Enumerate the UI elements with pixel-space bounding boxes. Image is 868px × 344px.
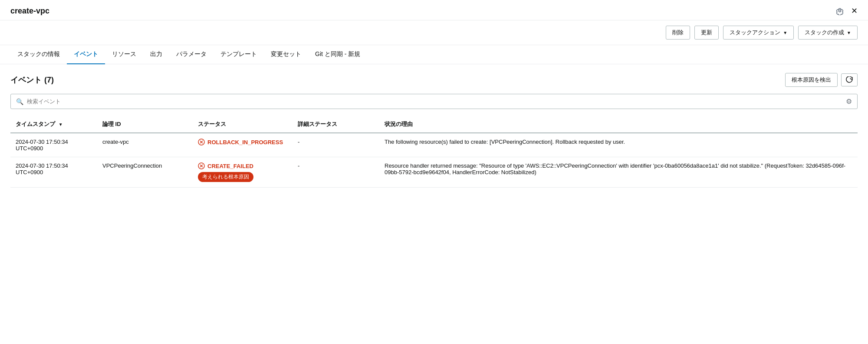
tab-template[interactable]: テンプレート: [214, 45, 264, 64]
toolbar: 削除 更新 スタックアクション ▼ スタックの作成 ▼: [0, 20, 868, 45]
tab-git[interactable]: Git と同期 - 新規: [308, 45, 367, 64]
refresh-button[interactable]: [841, 73, 858, 86]
cell-timestamp-2: 2024-07-30 17:50:34 UTC+0900: [10, 157, 97, 188]
page-title: create-vpc: [10, 7, 49, 16]
cell-reason-2: Resource handler returned message: "Reso…: [379, 157, 858, 188]
tab-info[interactable]: スタックの情報: [10, 45, 67, 64]
error-icon: [198, 139, 205, 146]
cell-reason-1: The following resource(s) failed to crea…: [379, 133, 858, 157]
sort-arrow-timestamp: ▼: [59, 122, 63, 127]
search-icon: 🔍: [16, 98, 23, 105]
tab-bar: スタックの情報 イベント リソース 出力 パラメータ テンプレート 変更セット …: [0, 45, 868, 64]
col-header-logical-id: 論理 ID: [97, 116, 193, 133]
cell-detail-2: -: [293, 157, 379, 188]
root-cause-badge[interactable]: 考えられる根本原因: [198, 172, 253, 182]
search-input[interactable]: [27, 98, 846, 105]
tab-changeset[interactable]: 変更セット: [264, 45, 308, 64]
event-count: (7): [44, 76, 54, 85]
error-icon-2: [198, 162, 205, 169]
section-actions: 根本原因を検出: [785, 73, 858, 87]
status-rollback: ROLLBACK_IN_PROGRESS: [198, 139, 287, 146]
col-header-detail-status: 詳細ステータス: [293, 116, 379, 133]
search-bar: 🔍 ⚙: [10, 94, 858, 109]
col-header-status: ステータス: [193, 116, 293, 133]
tab-events[interactable]: イベント: [67, 45, 105, 64]
settings-icon[interactable]: [835, 7, 844, 15]
cell-status-1: ROLLBACK_IN_PROGRESS: [193, 133, 293, 157]
col-header-timestamp[interactable]: タイムスタンプ ▼: [10, 116, 97, 133]
header-actions: ✕: [835, 6, 858, 16]
tab-resources[interactable]: リソース: [105, 45, 143, 64]
header: create-vpc ✕: [0, 0, 868, 20]
search-settings-icon[interactable]: ⚙: [846, 97, 852, 106]
cell-logical-id-1: create-vpc: [97, 133, 193, 157]
table-row: 2024-07-30 17:50:34 UTC+0900 VPCPeeringC…: [10, 157, 858, 188]
table-row: 2024-07-30 17:50:34 UTC+0900 create-vpc …: [10, 133, 858, 157]
close-icon[interactable]: ✕: [851, 6, 858, 16]
root-cause-button[interactable]: 根本原因を検出: [785, 73, 838, 87]
status-create-failed: CREATE_FAILED: [198, 162, 287, 169]
create-stack-button[interactable]: スタックの作成 ▼: [798, 26, 858, 40]
col-header-reason: 状況の理由: [379, 116, 858, 133]
stack-actions-button[interactable]: スタックアクション ▼: [723, 26, 794, 40]
cell-status-2: CREATE_FAILED 考えられる根本原因: [193, 157, 293, 188]
events-table: タイムスタンプ ▼ 論理 ID ステータス 詳細ステータス 状況の理由: [10, 116, 858, 188]
table-header-row: タイムスタンプ ▼ 論理 ID ステータス 詳細ステータス 状況の理由: [10, 116, 858, 133]
cell-logical-id-2: VPCPeeringConnection: [97, 157, 193, 188]
cell-timestamp-1: 2024-07-30 17:50:34 UTC+0900: [10, 133, 97, 157]
section-header: イベント (7) 根本原因を検出: [10, 73, 858, 87]
cell-detail-1: -: [293, 133, 379, 157]
tab-output[interactable]: 出力: [143, 45, 169, 64]
delete-button[interactable]: 削除: [666, 26, 690, 40]
section-title: イベント: [10, 75, 42, 85]
tab-params[interactable]: パラメータ: [169, 45, 214, 64]
content-area: イベント (7) 根本原因を検出 🔍 ⚙ タイムスタンプ ▼: [0, 64, 868, 196]
update-button[interactable]: 更新: [694, 26, 719, 40]
